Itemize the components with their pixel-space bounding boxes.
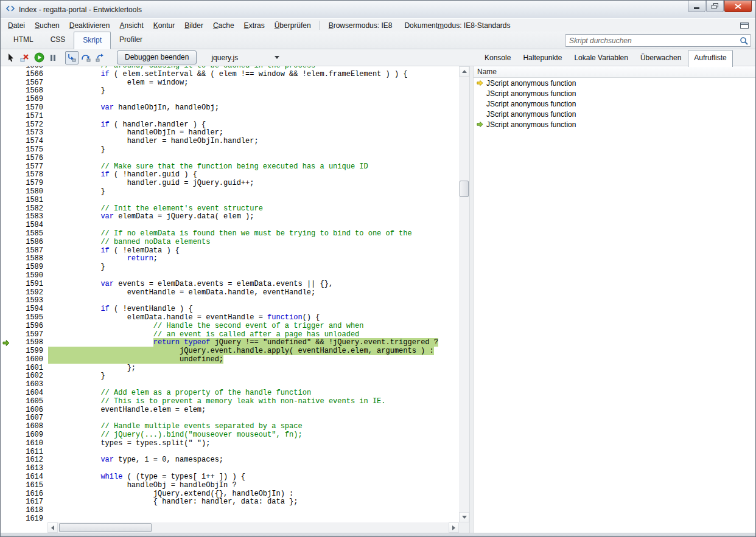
breakpoint-gutter[interactable] [1,129,18,137]
step-over-icon[interactable] [79,51,93,64]
tab-css[interactable]: CSS [42,32,74,49]
restore-button[interactable] [706,1,724,12]
breakpoint-gutter[interactable] [1,297,18,305]
breakpoint-gutter[interactable] [1,104,18,113]
scroll-left-button[interactable] [47,522,58,533]
breakpoint-gutter[interactable] [1,440,18,448]
breakpoint-gutter[interactable] [1,280,18,289]
breakpoint-gutter[interactable] [1,423,18,431]
menu-browsermodus[interactable]: Browsermodus: IE8 [323,19,399,32]
menu-bilder[interactable]: Bilder [180,19,208,32]
breakpoint-gutter[interactable] [1,473,18,482]
breakpoint-gutter[interactable] [1,305,18,314]
breakpoint-gutter[interactable] [1,188,18,196]
pause-icon[interactable] [46,51,60,64]
call-stack-row[interactable]: JScript anonymous function [474,78,755,88]
pane-splitter[interactable] [469,66,474,533]
breakpoint-gutter[interactable] [1,507,18,515]
horizontal-scrollbar[interactable] [47,522,459,533]
tab-html[interactable]: HTML [5,32,42,49]
menu-ansicht[interactable]: Ansicht [114,19,148,32]
breakpoint-gutter[interactable] [1,406,18,415]
breakpoint-gutter[interactable] [1,146,18,154]
scroll-up-button[interactable] [459,66,469,77]
breakpoint-gutter[interactable] [1,456,18,465]
breakpoint-gutter[interactable] [1,196,18,205]
breakpoint-gutter[interactable] [1,431,18,440]
breakpoint-gutter[interactable] [1,179,18,188]
breakpoint-gutter[interactable] [1,364,18,373]
call-stack-column-header[interactable]: Name [474,66,755,78]
breakpoint-gutter[interactable] [1,247,18,255]
menu-dokumentmodus[interactable]: Dokumentmodus: IE8-Standards [398,19,516,32]
menu-überprüfen[interactable]: Überprüfen [270,19,316,32]
breakpoint-gutter[interactable] [1,230,18,238]
breakpoint-gutter[interactable] [1,465,18,473]
search-box[interactable] [565,34,751,47]
right-tab-lokale-variablen[interactable]: Lokale Variablen [569,50,634,65]
menu-datei[interactable]: Datei [3,19,30,32]
call-stack-row[interactable]: JScript anonymous function [474,109,755,119]
breakpoint-gutter[interactable] [1,356,18,364]
clear-breakpoints-icon[interactable] [18,51,32,64]
breakpoint-gutter[interactable] [1,490,18,499]
stop-debugging-button[interactable]: Debuggen beenden [117,50,197,64]
breakpoint-gutter[interactable] [1,263,18,272]
breakpoint-gutter[interactable] [1,171,18,179]
breakpoint-gutter[interactable] [1,398,18,406]
scroll-right-button[interactable] [449,522,459,533]
right-tab-konsole[interactable]: Konsole [479,50,516,65]
breakpoint-gutter[interactable] [1,498,18,507]
breakpoint-gutter[interactable] [1,238,18,247]
breakpoint-gutter[interactable] [1,381,18,389]
menu-cache[interactable]: Cache [208,19,239,32]
breakpoint-gutter[interactable] [1,322,18,331]
minimize-button[interactable] [688,1,705,12]
horizontal-scroll-thumb[interactable] [59,523,152,532]
breakpoint-gutter[interactable] [1,289,18,297]
breakpoint-gutter[interactable] [1,213,18,221]
right-tab-aufrufliste[interactable]: Aufrufliste [688,50,732,67]
breakpoint-gutter[interactable] [1,314,18,322]
vertical-scrollbar[interactable] [459,66,469,522]
step-out-icon[interactable] [93,51,107,64]
title-bar[interactable]: Index - regatta-portal - Entwicklertools [1,1,755,18]
breakpoint-gutter[interactable] [1,154,18,163]
breakpoint-gutter[interactable] [1,272,18,280]
breakpoint-gutter[interactable] [1,121,18,130]
menu-suchen[interactable]: Suchen [30,19,65,32]
breakpoint-gutter[interactable] [1,66,18,71]
call-stack-row[interactable]: JScript anonymous function [474,119,755,130]
search-icon[interactable] [737,36,751,45]
breakpoint-gutter[interactable] [1,113,18,121]
script-file-select[interactable]: jquery.js [208,52,283,63]
breakpoint-gutter[interactable] [1,221,18,230]
right-tab-haltepunkte[interactable]: Haltepunkte [517,50,567,65]
tab-profiler[interactable]: Profiler [111,32,151,49]
call-stack-row[interactable]: JScript anonymous function [474,99,755,109]
select-element-icon[interactable] [4,51,18,64]
breakpoint-gutter[interactable] [1,255,18,263]
tab-skript[interactable]: Skript [74,32,111,49]
breakpoint-gutter[interactable] [1,482,18,490]
breakpoint-gutter[interactable] [1,372,18,381]
right-tab-überwachen[interactable]: Überwachen [635,50,687,65]
breakpoint-gutter[interactable] [1,347,18,356]
breakpoint-gutter[interactable] [1,414,18,423]
breakpoint-gutter[interactable] [1,79,18,88]
breakpoint-gutter[interactable] [1,389,18,398]
call-stack-row[interactable]: JScript anonymous function [474,88,755,99]
menu-extras[interactable]: Extras [239,19,270,32]
step-into-icon[interactable] [65,51,79,64]
breakpoint-gutter[interactable] [1,87,18,95]
breakpoint-gutter[interactable] [1,448,18,457]
pin-window-icon[interactable] [740,21,749,30]
vertical-scroll-thumb[interactable] [460,181,469,197]
menu-kontur[interactable]: Kontur [149,19,180,32]
breakpoint-gutter[interactable] [1,95,18,104]
close-button[interactable] [724,1,752,12]
scroll-down-button[interactable] [459,512,469,522]
breakpoint-gutter[interactable] [1,137,18,146]
current-statement-arrow-icon[interactable] [1,339,18,347]
code-viewport[interactable]: 1565 // around, causing it to be cached … [1,66,459,522]
